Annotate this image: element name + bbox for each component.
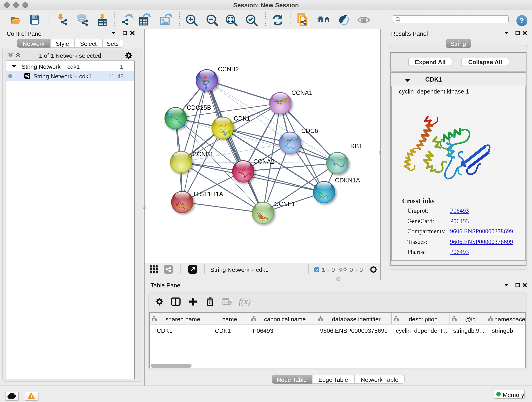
svg-text:CCNA1: CCNA1 — [291, 89, 312, 96]
svg-text:HIST1H1A: HIST1H1A — [194, 191, 223, 197]
svg-text:CDC6: CDC6 — [301, 127, 318, 134]
svg-text:RB1: RB1 — [350, 143, 362, 149]
svg-text:CCNA2: CCNA2 — [253, 158, 274, 165]
svg-text:CDKN1A: CDKN1A — [335, 177, 360, 184]
svg-text:CCNE1: CCNE1 — [274, 200, 295, 207]
svg-text:CDK1: CDK1 — [234, 115, 250, 122]
svg-text:CDC25B: CDC25B — [187, 104, 211, 111]
svg-text:CCNB1: CCNB1 — [192, 151, 214, 157]
svg-text:CCNB2: CCNB2 — [218, 65, 239, 72]
